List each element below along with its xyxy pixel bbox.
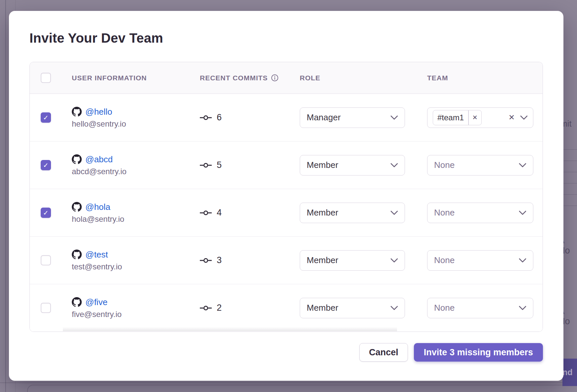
chevron-down-icon — [390, 163, 398, 168]
user-email: hola@sentry.io — [72, 215, 200, 224]
chevron-down-icon — [519, 163, 526, 168]
chevron-down-icon — [390, 258, 398, 263]
chevron-down-icon — [520, 115, 528, 120]
team-select[interactable]: #team1 ✕ ✕ — [427, 107, 533, 128]
github-username-link[interactable]: @five — [85, 297, 108, 307]
user-email: abcd@sentry.io — [72, 167, 200, 176]
table-row: ✓ @hello hello@sentry.io 6 Manager — [30, 94, 543, 141]
user-info-cell: @test test@sentry.io — [72, 250, 200, 271]
row-checkbox[interactable]: ✓ — [41, 208, 51, 218]
recent-commits-cell: 4 — [200, 208, 300, 218]
modal-footer: Cancel Invite 3 missing members — [29, 343, 543, 362]
table-row: @test test@sentry.io 3 Member None — [30, 236, 543, 284]
commit-count: 6 — [217, 112, 222, 123]
team-select[interactable]: None — [427, 203, 533, 223]
role-select[interactable]: Manager — [300, 107, 405, 128]
recent-commits-cell: 5 — [200, 160, 300, 170]
role-select[interactable]: Member — [300, 250, 405, 271]
role-select[interactable]: Member — [300, 155, 405, 176]
background-page-edge — [5, 0, 6, 392]
github-icon — [72, 154, 82, 164]
row-checkbox[interactable] — [41, 255, 51, 265]
commit-count: 5 — [217, 160, 222, 170]
git-commit-icon — [200, 210, 212, 216]
github-icon — [72, 107, 82, 117]
user-info-cell: @five five@sentry.io — [72, 297, 200, 319]
table-row: ✓ @hola hola@sentry.io 4 Member — [30, 189, 543, 236]
table-row: ✓ @abcd abcd@sentry.io 5 Member — [30, 141, 543, 189]
table-row: @five five@sentry.io 2 Member None — [30, 284, 543, 332]
chevron-down-icon — [519, 211, 526, 215]
role-select[interactable]: Member — [300, 298, 405, 318]
git-commit-icon — [200, 162, 212, 168]
invite-dev-team-modal: Invite Your Dev Team USER INFORMATION RE… — [9, 11, 563, 381]
cancel-button[interactable]: Cancel — [359, 343, 408, 362]
page-title: Invite Your Dev Team — [29, 29, 543, 47]
commit-count: 4 — [217, 208, 222, 218]
recent-commits-cell: 2 — [200, 303, 300, 313]
team-select[interactable]: None — [427, 155, 533, 176]
team-tag: #team1 ✕ — [433, 110, 482, 125]
github-icon — [72, 250, 82, 259]
recent-commits-cell: 6 — [200, 112, 300, 123]
clear-selection-icon[interactable]: ✕ — [509, 114, 515, 121]
team-select[interactable]: None — [427, 250, 533, 271]
user-email: five@sentry.io — [72, 310, 200, 319]
github-username-link[interactable]: @abcd — [85, 154, 113, 165]
user-info-cell: @hola hola@sentry.io — [72, 202, 200, 224]
invite-members-button[interactable]: Invite 3 missing members — [414, 343, 543, 362]
background-card-edge — [27, 385, 577, 392]
team-select[interactable]: None — [427, 298, 533, 318]
commit-count: 3 — [217, 255, 222, 265]
github-username-link[interactable]: @test — [85, 250, 108, 260]
chevron-down-icon — [519, 258, 526, 263]
role-select[interactable]: Member — [300, 203, 405, 223]
git-commit-icon — [200, 305, 212, 311]
team-tag-label: #team1 — [433, 113, 468, 122]
git-commit-icon — [200, 257, 212, 263]
user-email: test@sentry.io — [72, 262, 200, 271]
github-icon — [72, 297, 82, 307]
info-icon[interactable] — [271, 74, 279, 82]
chevron-down-icon — [519, 306, 526, 310]
column-header-role: ROLE — [300, 74, 427, 82]
github-icon — [72, 202, 82, 212]
user-info-cell: @abcd abcd@sentry.io — [72, 154, 200, 176]
remove-tag-icon[interactable]: ✕ — [469, 114, 481, 121]
row-checkbox[interactable]: ✓ — [41, 160, 51, 170]
select-all-checkbox[interactable] — [41, 73, 51, 83]
background-truncated-button: nd — [562, 359, 577, 386]
column-header-user-information: USER INFORMATION — [72, 74, 200, 82]
chevron-down-icon — [390, 211, 398, 215]
chevron-down-icon — [390, 306, 398, 310]
recent-commits-cell: 3 — [200, 255, 300, 265]
chevron-down-icon — [390, 115, 398, 120]
row-checkbox[interactable] — [41, 303, 51, 313]
user-info-cell: @hello hello@sentry.io — [72, 107, 200, 129]
commit-count: 2 — [217, 303, 222, 313]
members-table: USER INFORMATION RECENT COMMITS ROLE TEA… — [29, 62, 543, 332]
column-header-recent-commits: RECENT COMMITS — [200, 74, 300, 82]
column-header-team: TEAM — [427, 74, 543, 82]
user-email: hello@sentry.io — [72, 119, 200, 129]
table-header-row: USER INFORMATION RECENT COMMITS ROLE TEA… — [30, 62, 543, 94]
git-commit-icon — [200, 115, 212, 121]
row-checkbox[interactable]: ✓ — [41, 112, 51, 123]
github-username-link[interactable]: @hello — [85, 107, 112, 117]
github-username-link[interactable]: @hola — [85, 202, 111, 212]
background-divider — [0, 382, 577, 383]
